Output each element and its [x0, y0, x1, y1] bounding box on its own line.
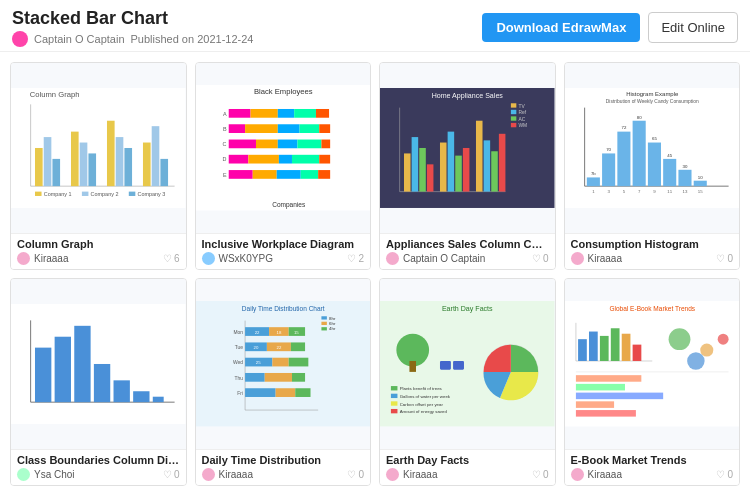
svg-rect-34: [277, 125, 299, 134]
svg-text:Thu: Thu: [234, 376, 243, 381]
svg-rect-140: [290, 343, 304, 352]
svg-rect-47: [291, 155, 318, 164]
svg-rect-74: [463, 148, 470, 192]
svg-rect-14: [152, 126, 160, 186]
svg-rect-50: [228, 170, 252, 179]
svg-text:10: 10: [697, 175, 702, 180]
card-appliances-sales[interactable]: Home Appliance Sales TV Ref AC WM Applia…: [379, 62, 556, 270]
svg-rect-44: [228, 155, 248, 164]
svg-text:18: 18: [276, 330, 281, 335]
svg-rect-8: [80, 143, 88, 187]
card-inclusive-workplace[interactable]: Black Employees Companies A B C D E Incl: [195, 62, 372, 270]
card-author: WSxK0YPG: [202, 252, 273, 265]
svg-rect-177: [621, 334, 630, 361]
svg-text:25: 25: [255, 361, 260, 366]
card-daily-time[interactable]: Daily Time Distribution Chart 8hr 6hr 4h…: [195, 278, 372, 486]
card-earth-day[interactable]: Earth Day Facts Plants benefit of trees …: [379, 278, 556, 486]
svg-rect-124: [321, 327, 326, 330]
svg-rect-149: [291, 373, 304, 382]
svg-rect-9: [88, 153, 96, 186]
svg-text:Company 2: Company 2: [91, 191, 119, 197]
card-title: Column Graph: [17, 238, 180, 250]
card-author-row: Ysa Choi♡0: [17, 468, 180, 481]
edit-online-button[interactable]: Edit Online: [648, 12, 738, 43]
svg-rect-147: [245, 373, 265, 382]
svg-rect-152: [275, 389, 295, 398]
svg-text:80: 80: [636, 115, 641, 120]
card-preview-ebook-market: Global E-Book Market Trends: [565, 279, 740, 449]
like-count: ♡0: [532, 469, 549, 480]
like-count: ♡6: [163, 253, 180, 264]
card-ebook-market[interactable]: Global E-Book Market Trends E-Book Marke…: [564, 278, 741, 486]
svg-rect-86: [602, 153, 615, 186]
svg-rect-115: [114, 380, 130, 402]
author-name: Captain O Captain: [403, 253, 485, 264]
svg-text:Home Appliance Sales: Home Appliance Sales: [432, 92, 504, 100]
svg-rect-33: [245, 125, 278, 134]
svg-rect-20: [129, 192, 136, 196]
svg-text:Fri: Fri: [237, 391, 243, 396]
svg-text:30: 30: [682, 164, 687, 169]
card-author: Ysa Choi: [17, 468, 75, 481]
like-count: ♡2: [347, 253, 364, 264]
svg-rect-84: [586, 177, 599, 186]
svg-rect-5: [44, 137, 52, 186]
svg-rect-68: [412, 137, 419, 192]
card-author: Kiraaaa: [571, 468, 622, 481]
svg-text:Tue: Tue: [234, 345, 243, 350]
svg-rect-98: [693, 181, 706, 186]
author-name: Kiraaaa: [588, 253, 622, 264]
card-consumption-histogram[interactable]: Histogram Example Distribution of Weekly…: [564, 62, 741, 270]
svg-rect-165: [391, 402, 398, 406]
card-author: Captain O Captain: [386, 252, 485, 265]
svg-rect-13: [143, 143, 151, 187]
svg-rect-88: [617, 132, 630, 187]
svg-rect-7: [71, 132, 79, 187]
card-preview-daily-time: Daily Time Distribution Chart 8hr 6hr 4h…: [196, 279, 371, 449]
card-class-boundaries[interactable]: Class Boundaries Column DiagramYsa Choi♡…: [10, 278, 187, 486]
author-avatar-icon: [386, 468, 399, 481]
svg-text:TV: TV: [519, 104, 526, 109]
card-author-row: Captain O Captain♡0: [386, 252, 549, 265]
download-button[interactable]: Download EdrawMax: [482, 13, 640, 42]
svg-rect-76: [484, 140, 491, 191]
svg-text:Company 3: Company 3: [138, 191, 166, 197]
svg-text:Earth Day Facts: Earth Day Facts: [442, 305, 493, 313]
svg-text:7b: 7b: [590, 171, 595, 176]
svg-text:15: 15: [293, 330, 298, 335]
svg-text:Gallons of water per week: Gallons of water per week: [400, 394, 451, 399]
svg-text:Ref: Ref: [519, 110, 527, 115]
svg-text:65: 65: [652, 136, 657, 141]
svg-rect-36: [319, 125, 330, 134]
svg-text:Wed: Wed: [232, 361, 242, 366]
svg-text:AC: AC: [519, 117, 526, 122]
svg-text:A: A: [222, 111, 226, 117]
page-header: Stacked Bar Chart Captain O Captain Publ…: [0, 0, 750, 52]
svg-text:8hr: 8hr: [329, 316, 336, 321]
svg-rect-35: [299, 125, 319, 134]
author-name: Ysa Choi: [34, 469, 75, 480]
svg-rect-184: [575, 375, 640, 382]
svg-rect-71: [440, 143, 447, 192]
card-column-graph[interactable]: Column Graph Company 1 Company 2 Company…: [10, 62, 187, 270]
svg-rect-12: [124, 148, 132, 186]
svg-rect-69: [419, 148, 426, 192]
card-author-row: WSxK0YPG♡2: [202, 252, 365, 265]
svg-rect-174: [588, 332, 597, 361]
svg-rect-16: [35, 192, 42, 196]
like-count: ♡0: [716, 469, 733, 480]
svg-text:Global E-Book Market Trends: Global E-Book Market Trends: [609, 305, 695, 312]
svg-rect-148: [264, 373, 291, 382]
heart-icon: ♡: [532, 469, 541, 480]
svg-text:15: 15: [697, 189, 702, 194]
header-left: Stacked Bar Chart Captain O Captain Publ…: [12, 8, 253, 47]
svg-rect-185: [575, 384, 624, 391]
svg-rect-70: [427, 164, 434, 191]
heart-icon: ♡: [716, 469, 725, 480]
svg-rect-61: [511, 116, 516, 120]
like-count: ♡0: [532, 253, 549, 264]
svg-rect-151: [245, 389, 276, 398]
svg-text:20: 20: [253, 345, 258, 350]
card-author: Kiraaaa: [17, 252, 68, 265]
svg-rect-72: [448, 132, 455, 192]
